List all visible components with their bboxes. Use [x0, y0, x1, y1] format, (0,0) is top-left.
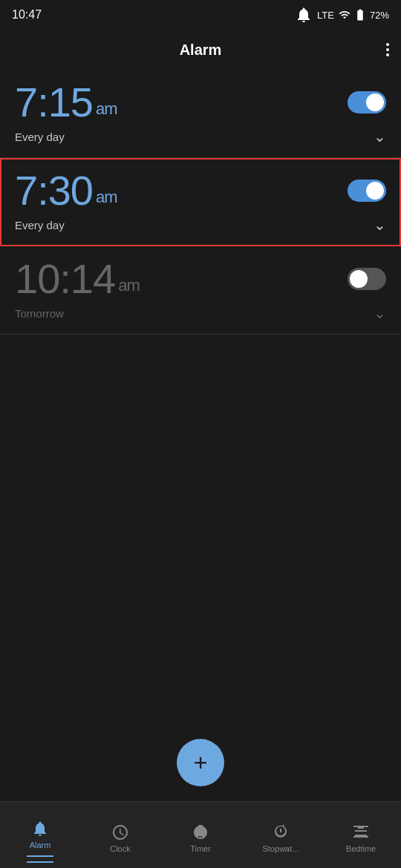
alarm-list: 7:15am Every day ⌄ 7:30am Every day ⌄ [0, 70, 401, 335]
clock-nav-icon [111, 823, 129, 841]
nav-item-timer[interactable]: Timer [160, 818, 241, 853]
alarm-time-2[interactable]: 7:30am [15, 170, 117, 211]
battery-percentage: 72% [370, 10, 389, 21]
nav-label-timer: Timer [190, 844, 211, 853]
lte-indicator: LTE [317, 10, 334, 21]
signal-icon [339, 9, 351, 21]
bottom-navigation: Alarm Clock Timer Stopwat... Bedtime [0, 801, 401, 868]
nav-item-clock[interactable]: Clock [80, 818, 160, 853]
app-header: Alarm [0, 30, 401, 70]
alarm-chevron-2[interactable]: ⌄ [374, 216, 386, 234]
nav-label-alarm: Alarm [30, 841, 51, 849]
nav-label-clock: Clock [110, 844, 131, 853]
alarm-schedule-1: Every day [15, 131, 65, 143]
timer-nav-icon [192, 823, 209, 841]
stopwatch-nav-icon [272, 823, 290, 841]
nav-item-alarm[interactable]: Alarm [0, 814, 80, 857]
add-alarm-button[interactable]: + [177, 739, 224, 786]
alarm-item-3[interactable]: 10:14am Tomorrow ⌄ [0, 246, 401, 335]
alarm-schedule-2: Every day [15, 219, 65, 231]
alarm-status-icon [295, 6, 313, 24]
battery-icon [353, 8, 367, 22]
alarm-nav-icon [31, 820, 49, 838]
status-icons: LTE 72% [295, 6, 389, 24]
alarm-toggle-2[interactable] [348, 180, 386, 202]
alarm-item-2[interactable]: 7:30am Every day ⌄ [0, 158, 401, 246]
nav-item-stopwatch[interactable]: Stopwat... [241, 818, 321, 853]
alarm-time-1[interactable]: 7:15am [15, 82, 117, 123]
alarm-toggle-3[interactable] [348, 268, 386, 290]
status-time: 10:47 [12, 8, 42, 22]
status-bar: 10:47 LTE 72% [0, 0, 401, 30]
alarm-chevron-1[interactable]: ⌄ [374, 128, 386, 145]
alarm-item-1[interactable]: 7:15am Every day ⌄ [0, 70, 401, 158]
fab-container: + [177, 739, 224, 786]
bedtime-nav-icon [352, 823, 370, 841]
overflow-menu-button[interactable] [386, 43, 389, 56]
nav-label-bedtime: Bedtime [346, 844, 376, 853]
alarm-schedule-3: Tomorrow [15, 307, 64, 320]
alarm-chevron-3[interactable]: ⌄ [374, 304, 386, 322]
nav-item-bedtime[interactable]: Bedtime [321, 818, 401, 853]
alarm-time-3[interactable]: 10:14am [15, 258, 140, 300]
page-title: Alarm [180, 42, 222, 59]
alarm-toggle-1[interactable] [348, 91, 386, 114]
nav-label-stopwatch: Stopwat... [263, 844, 299, 853]
